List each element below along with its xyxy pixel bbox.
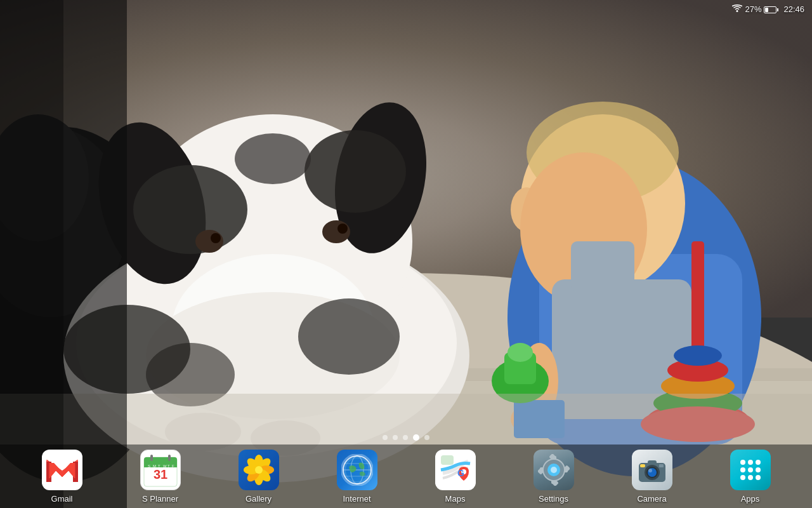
dock: Gmail 31 S M T W T F: [0, 444, 812, 508]
gmail-label: Gmail: [51, 494, 73, 504]
svg-point-109: [648, 469, 652, 472]
svg-text:T: T: [158, 464, 160, 468]
svg-rect-61: [150, 455, 153, 461]
internet-label: Internet: [343, 494, 370, 504]
apps-icon: [730, 450, 771, 490]
svg-point-112: [748, 460, 753, 465]
app-gallery[interactable]: Gallery: [233, 450, 284, 504]
svg-rect-37: [571, 241, 634, 292]
gallery-icon: [239, 450, 279, 490]
svg-point-20: [337, 224, 348, 234]
svg-point-54: [737, 10, 738, 12]
svg-rect-88: [441, 455, 454, 465]
app-camera[interactable]: Camera: [627, 450, 678, 504]
nav-dot-5[interactable]: [424, 435, 429, 440]
app-gmail[interactable]: Gmail: [37, 450, 88, 504]
app-apps[interactable]: Apps: [725, 450, 776, 504]
app-maps[interactable]: G Maps: [430, 450, 481, 504]
app-internet[interactable]: Internet: [332, 450, 383, 504]
svg-text:T: T: [167, 464, 170, 468]
internet-icon: [337, 450, 377, 490]
svg-point-116: [756, 467, 761, 472]
svg-point-114: [740, 467, 745, 472]
svg-point-24: [298, 298, 400, 375]
svg-point-118: [748, 475, 753, 480]
settings-icon: [534, 450, 574, 490]
nav-dot-3[interactable]: [403, 435, 408, 440]
svg-rect-105: [640, 464, 645, 467]
svg-text:S: S: [148, 464, 150, 468]
svg-point-78: [255, 466, 263, 474]
svg-point-46: [674, 345, 722, 366]
svg-point-15: [235, 133, 311, 184]
gmail-icon: [42, 450, 82, 490]
camera-icon: [632, 450, 672, 490]
camera-label: Camera: [637, 494, 666, 504]
splanner-label: S Planner: [142, 494, 178, 504]
battery-percent: 27%: [745, 4, 761, 14]
svg-point-113: [756, 460, 761, 465]
svg-point-18: [211, 233, 221, 243]
gallery-label: Gallery: [246, 494, 272, 504]
svg-point-117: [740, 475, 745, 480]
nav-dot-1[interactable]: [383, 435, 388, 440]
svg-point-13: [133, 165, 247, 254]
time-display: 22:46: [783, 4, 804, 14]
svg-text:M: M: [153, 464, 156, 468]
settings-label: Settings: [539, 494, 568, 504]
app-splanner[interactable]: 31 S M T W T F S Planner: [135, 450, 186, 504]
apps-label: Apps: [741, 494, 760, 504]
nav-dots: [383, 434, 429, 441]
nav-dot-4[interactable]: [413, 434, 419, 441]
svg-rect-110: [659, 464, 664, 467]
status-bar: 27% 22:46: [0, 0, 812, 18]
svg-point-115: [748, 467, 753, 472]
svg-text:W: W: [163, 464, 167, 468]
nav-dot-2[interactable]: [393, 435, 398, 440]
svg-point-111: [740, 460, 745, 465]
app-settings[interactable]: Settings: [528, 450, 579, 504]
svg-rect-104: [648, 460, 657, 465]
svg-rect-53: [0, 0, 63, 508]
svg-rect-62: [168, 455, 171, 461]
svg-point-50: [508, 343, 533, 362]
svg-point-102: [551, 467, 557, 473]
svg-point-14: [304, 130, 406, 213]
svg-point-86: [344, 457, 370, 483]
svg-text:F: F: [172, 464, 174, 468]
svg-text:31: 31: [153, 467, 167, 481]
splanner-icon: 31 S M T W T F: [140, 450, 181, 490]
status-icons: 27% 22:46: [732, 3, 804, 15]
svg-point-119: [756, 475, 761, 480]
battery-icon: [764, 3, 778, 15]
svg-text:G: G: [457, 468, 464, 478]
wifi-icon: [732, 4, 742, 14]
maps-label: Maps: [445, 494, 466, 504]
maps-icon: G: [435, 450, 476, 490]
